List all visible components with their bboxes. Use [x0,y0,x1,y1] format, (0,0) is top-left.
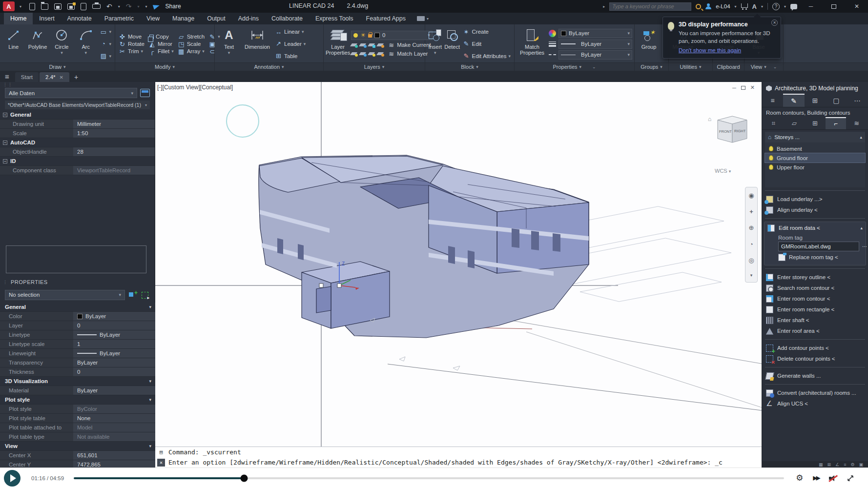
fillet-caret-icon[interactable]: ▾ [171,49,174,54]
tab-edit[interactable]: ✎ [783,94,804,107]
ellipse-tool[interactable]: ◔▾ [98,38,113,50]
toggle-pickadd-icon[interactable] [128,290,138,300]
ribbon-tab-home[interactable]: Home [4,13,33,24]
ribbon-tab-annotate[interactable]: Annotate [61,13,98,24]
leader-tool[interactable]: ↗Leader▾ [273,38,307,50]
dataset-view-icon[interactable] [140,89,150,97]
tab-documents[interactable]: ▢ [826,94,847,107]
tree-row-drawing-unit[interactable]: Drawing unitMillimeter [0,120,155,129]
move-tool[interactable]: ✜Move [117,33,146,41]
viewport-controls-label[interactable]: [-][Custom View][Conceptual] [157,84,233,91]
hatch-tool[interactable]: ▨▾ [98,50,113,62]
command-prompt[interactable]: Enter an option [2dwireframe/Wireframe/H… [168,459,723,466]
playback-speed-icon[interactable]: ▶▶ [813,475,819,481]
export-icon[interactable] [81,3,86,10]
drawing-canvas[interactable]: Z FRONT RIGHT ⌂ [-][Custom View][Concept… [155,82,762,447]
prop-row-layer[interactable]: Layer0 [0,321,155,330]
draw-panel-label[interactable]: Draw▾ [0,62,115,71]
annotation-icon[interactable]: ≡ [844,462,846,467]
showmotion-icon[interactable]: ◎ [748,257,754,264]
viewport-restore-icon[interactable] [741,86,745,90]
redo-caret-icon[interactable]: ▾ [138,4,140,9]
autodesk-app-icon[interactable]: A [752,3,757,10]
prop-row-lineweight[interactable]: LineweightByLayer [0,349,155,358]
tree-row-component-class[interactable]: Component classViewportTableRecord [0,166,155,175]
browse-room-tag-button[interactable]: ... [862,242,867,251]
prop-row-material[interactable]: MaterialByLayer [0,386,155,395]
steering-wheel-icon[interactable]: ◉ [748,192,754,199]
copy-tool[interactable]: Copy [147,33,175,41]
table-tool[interactable]: ⊞Table [273,50,307,62]
undo-caret-icon[interactable]: ▾ [118,4,120,9]
array-tool[interactable]: ▦Array▾ [176,48,206,55]
text-caret-icon[interactable]: ▾ [228,51,230,56]
edit-button[interactable]: ✎Edit [461,38,513,50]
utilities-panel-label[interactable]: Utilities▾ [669,62,712,71]
new-drawing-tab-button[interactable]: + [74,73,78,81]
collapse-icon[interactable]: − [3,113,7,117]
align-underlay-button[interactable]: Align underlay < [762,204,868,215]
panel-grip[interactable]: ⋮⋮ [0,82,155,86]
lineweight-icon[interactable] [549,41,556,47]
layer-walk-icon[interactable] [360,51,366,56]
convert-rooms-button[interactable]: Convert (architectural) rooms ... [762,387,868,398]
block-panel-label[interactable]: Block▾ [425,62,514,71]
search-icon[interactable] [696,4,701,9]
tab-menu[interactable]: ≡ [762,94,783,107]
ribbon-tab-insert[interactable]: Insert [33,13,61,24]
command-history-icon[interactable]: ▤ [157,449,165,455]
load-underlay-button[interactable]: Load underlay ...> [762,194,868,204]
tree-section-autocad[interactable]: −AutoCAD [0,138,155,147]
tab-close-icon[interactable]: ✕ [60,75,63,80]
plot-icon[interactable] [92,4,101,9]
redo-icon[interactable]: ↷ [126,3,132,10]
storeys-header[interactable]: ⌂ Storeys ... ▴ [765,132,865,142]
leader-caret-icon[interactable]: ▾ [304,41,306,46]
view-panel-label[interactable]: View▾⌄ [744,62,783,71]
rectangle-tool[interactable]: ▭▾ [98,26,113,38]
tree-row-objecthandle[interactable]: ObjectHandle28 [0,147,155,157]
section-collapse-icon[interactable]: ▾ [149,379,151,384]
save-as-icon[interactable] [67,3,75,10]
share-icon[interactable] [152,3,160,10]
new-file-icon[interactable] [29,3,35,10]
restore-button[interactable] [825,0,843,13]
group-collapse-icon[interactable]: ▴ [860,225,863,230]
mute-icon[interactable] [829,475,837,482]
match-layer-button[interactable]: ≋Match Layer [386,50,429,58]
section-collapse-icon[interactable]: ▾ [149,397,151,402]
qat-customize-icon[interactable]: ▾ [145,4,147,9]
insert-block-button[interactable]: Insert▾ [427,26,443,62]
tree-row-scale[interactable]: Scale1:50 [0,129,155,138]
layers-panel-label[interactable]: Layers▾ [324,62,425,71]
prop-row-plot-table-attached-to[interactable]: Plot table attached toModel [0,423,155,432]
scale-tool[interactable]: ◳Scale [176,41,206,48]
linetype-icon[interactable] [549,54,556,55]
layer-lock-icon[interactable] [377,42,384,47]
save-icon[interactable] [54,3,62,10]
trim-caret-icon[interactable]: ▾ [141,49,144,54]
app-store-caret-icon[interactable]: ▾ [761,4,763,9]
selection-select[interactable]: No selection▾ [5,290,125,300]
match-properties-button[interactable]: Match Properties [517,26,548,62]
enter-room-contour-button[interactable]: Enter room contour < [762,293,868,304]
prop-section-view[interactable]: View▾ [0,442,155,451]
line-tool[interactable]: Line [2,26,25,62]
prop-row-color[interactable]: ColorByLayer [0,312,155,321]
ribbon-tab-view[interactable]: View [140,13,166,24]
feedback-chat-icon[interactable] [790,4,797,9]
ortho-icon[interactable]: ∠ [835,462,839,467]
zoom-icon[interactable]: ⊕ [749,224,754,231]
ribbon-tab-add-ins[interactable]: Add-ins [232,13,265,24]
fullscreen-icon[interactable] [847,474,854,482]
tab-wall-tools[interactable]: ▱ [784,117,805,129]
create-button[interactable]: ✶Create [461,26,513,38]
clipboard-panel-label[interactable]: Clipboard [713,62,744,71]
search-collapse-icon[interactable]: ▸ [603,4,605,9]
prop-section-plot-style[interactable]: Plot style▾ [0,395,155,405]
detect-block-button[interactable]: Detect [444,26,460,62]
linetype-select[interactable]: ByLayer▾ [558,50,632,60]
groups-panel-label[interactable]: Groups▾ [635,62,668,71]
viewport-close-icon[interactable]: ✕ [750,84,755,91]
collapse-icon[interactable]: − [3,159,7,163]
